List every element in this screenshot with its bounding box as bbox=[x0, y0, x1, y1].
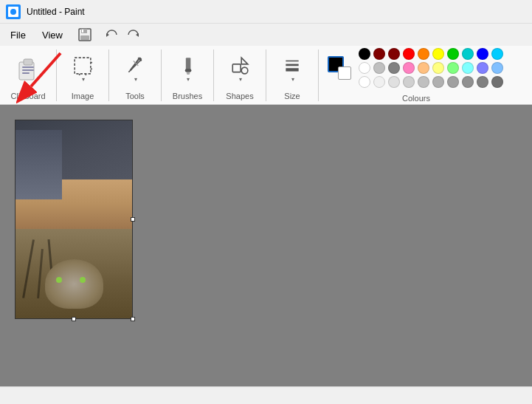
shapes-button[interactable]: ▾ bbox=[223, 50, 257, 89]
save-button[interactable] bbox=[75, 24, 95, 45]
colour-swatch-swatches-row1-3[interactable] bbox=[403, 48, 415, 60]
image-label: Image bbox=[72, 92, 94, 100]
canvas-wrapper bbox=[15, 120, 133, 319]
colour-swatch-swatches-row3-1[interactable] bbox=[373, 76, 385, 88]
colour-swatch-swatches-row2-3[interactable] bbox=[403, 62, 415, 74]
resize-handle-right-mid[interactable] bbox=[131, 217, 135, 222]
divider-5 bbox=[266, 49, 266, 101]
svg-rect-23 bbox=[187, 72, 190, 75]
brush-icon bbox=[177, 55, 198, 76]
svg-line-19 bbox=[131, 59, 142, 70]
toolbar-clipboard: Clipboard bbox=[3, 46, 53, 104]
svg-rect-22 bbox=[185, 69, 192, 72]
colour-swatches-row2 bbox=[359, 62, 505, 74]
svg-marker-8 bbox=[136, 33, 139, 37]
svg-marker-7 bbox=[106, 33, 109, 37]
colours-label: Colours bbox=[328, 94, 505, 103]
colour-swatch-swatches-row1-4[interactable] bbox=[418, 48, 429, 60]
colour-swatch-swatches-row1-2[interactable] bbox=[388, 48, 400, 60]
svg-rect-6 bbox=[80, 35, 89, 40]
divider-1 bbox=[56, 49, 57, 101]
colour-swatch-swatches-row3-4[interactable] bbox=[418, 76, 429, 88]
undo-button[interactable] bbox=[101, 24, 122, 45]
svg-point-2 bbox=[10, 9, 16, 15]
size-button[interactable]: ▾ bbox=[275, 50, 309, 89]
paint-canvas[interactable] bbox=[15, 120, 133, 319]
active-colours[interactable] bbox=[328, 56, 351, 80]
svg-rect-11 bbox=[22, 66, 34, 68]
pencil-icon bbox=[125, 55, 145, 76]
svg-rect-12 bbox=[22, 69, 34, 71]
toolbar: Clipboard ▾ Image bbox=[0, 46, 532, 105]
colour-swatch-swatches-row2-1[interactable] bbox=[373, 62, 385, 74]
menu-view[interactable]: View bbox=[35, 27, 70, 44]
colour-controls bbox=[328, 48, 505, 88]
status-bar bbox=[0, 386, 532, 404]
colour-swatch-swatches-row3-3[interactable] bbox=[403, 76, 415, 88]
background-colour bbox=[338, 66, 351, 80]
size-label: Size bbox=[284, 92, 300, 100]
select-tool-button[interactable]: ▾ bbox=[66, 50, 100, 89]
tools-label: Tools bbox=[125, 92, 145, 100]
toolbar-brushes: ▾ Brushes bbox=[165, 46, 210, 104]
toolbar-shapes: ▾ Shapes bbox=[217, 46, 263, 104]
colour-swatch-swatches-row3-5[interactable] bbox=[432, 76, 444, 88]
colour-swatches-row3 bbox=[359, 76, 505, 88]
resize-handle-bottom-mid[interactable] bbox=[72, 317, 76, 321]
canvas-area[interactable] bbox=[0, 105, 532, 386]
colour-swatch-swatches-row2-2[interactable] bbox=[388, 62, 400, 74]
toolbar-tools: ▾ Tools bbox=[112, 46, 158, 104]
brushes-label: Brushes bbox=[173, 92, 202, 100]
svg-rect-14 bbox=[75, 58, 91, 74]
colour-swatch-swatches-row1-9[interactable] bbox=[491, 48, 503, 60]
app-icon bbox=[6, 4, 21, 19]
divider-2 bbox=[108, 49, 109, 101]
redo-button[interactable] bbox=[123, 24, 144, 45]
svg-point-25 bbox=[241, 67, 248, 74]
pencil-tool-button[interactable]: ▾ bbox=[118, 50, 152, 89]
brushes-button[interactable]: ▾ bbox=[170, 50, 204, 89]
resize-handle-bottom-right[interactable] bbox=[131, 317, 135, 321]
colour-swatch-swatches-row3-9[interactable] bbox=[491, 76, 503, 88]
colour-swatch-swatches-row3-0[interactable] bbox=[359, 76, 370, 88]
colour-swatch-swatches-row3-8[interactable] bbox=[477, 76, 488, 88]
colour-swatches-row1 bbox=[359, 48, 505, 60]
toolbar-image: ▾ Image bbox=[60, 46, 106, 104]
title-bar: Untitled - Paint bbox=[0, 0, 532, 24]
svg-rect-10 bbox=[24, 59, 32, 65]
divider-4 bbox=[213, 49, 214, 101]
colour-swatch-swatches-row2-4[interactable] bbox=[418, 62, 429, 74]
colour-swatch-swatches-row1-0[interactable] bbox=[359, 48, 370, 60]
colour-swatch-swatches-row2-9[interactable] bbox=[491, 62, 503, 74]
colour-swatch-swatches-row2-0[interactable] bbox=[359, 62, 370, 74]
shapes-icon bbox=[229, 55, 250, 76]
svg-rect-5 bbox=[82, 30, 83, 32]
toolbar-size: ▾ Size bbox=[269, 46, 315, 104]
shapes-label: Shapes bbox=[226, 92, 253, 100]
colour-swatch-swatches-row3-6[interactable] bbox=[447, 76, 459, 88]
quick-access-toolbar bbox=[75, 24, 144, 45]
colour-swatch-swatches-row1-6[interactable] bbox=[447, 48, 459, 60]
clipboard-paste-button[interactable] bbox=[9, 50, 47, 89]
size-icon bbox=[282, 55, 303, 76]
select-icon bbox=[72, 55, 93, 76]
menu-bar: File View bbox=[0, 24, 532, 46]
colour-section: Colours bbox=[322, 46, 511, 104]
svg-line-16 bbox=[128, 71, 130, 72]
divider-6 bbox=[318, 49, 319, 101]
divider-3 bbox=[161, 49, 162, 101]
svg-rect-21 bbox=[186, 58, 191, 70]
colour-swatch-swatches-row1-8[interactable] bbox=[477, 48, 488, 60]
colour-swatch-swatches-row2-8[interactable] bbox=[477, 62, 488, 74]
colour-swatch-swatches-row2-6[interactable] bbox=[447, 62, 459, 74]
svg-rect-13 bbox=[22, 72, 30, 74]
colour-swatch-swatches-row2-5[interactable] bbox=[432, 62, 444, 74]
colour-swatch-swatches-row1-1[interactable] bbox=[373, 48, 385, 60]
menu-file[interactable]: File bbox=[3, 27, 33, 44]
colour-swatch-swatches-row1-7[interactable] bbox=[462, 48, 474, 60]
colour-swatch-swatches-row3-2[interactable] bbox=[388, 76, 400, 88]
colour-swatch-swatches-row1-5[interactable] bbox=[432, 48, 444, 60]
colour-swatch-swatches-row2-7[interactable] bbox=[462, 62, 474, 74]
colour-swatch-swatches-row3-7[interactable] bbox=[462, 76, 474, 88]
svg-rect-24 bbox=[232, 64, 241, 72]
